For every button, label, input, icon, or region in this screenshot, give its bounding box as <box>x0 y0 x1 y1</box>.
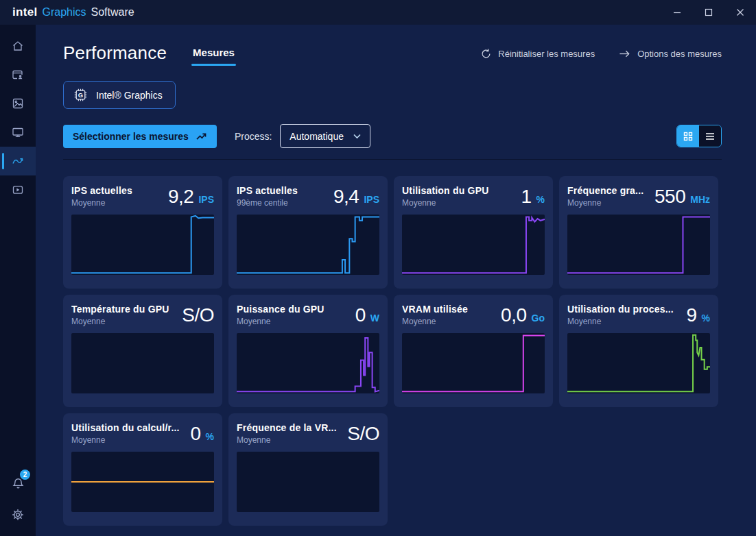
sidebar-item-drivers[interactable] <box>0 60 36 89</box>
metric-title: Utilisation du GPU <box>402 185 489 196</box>
metric-title: VRAM utilisée <box>402 304 468 315</box>
window-controls <box>661 0 756 25</box>
app-window: intel Graphics Software <box>0 0 756 536</box>
metric-title: Utilisation du proces... <box>567 304 674 315</box>
metric-subtitle: Moyenne <box>71 198 132 208</box>
metric-card[interactable]: IPS actuelles Moyenne 9,2 IPS <box>63 176 222 289</box>
metric-title: Fréquence gra... <box>567 185 643 196</box>
options-measures-button[interactable]: Options des mesures <box>618 48 722 60</box>
metric-subtitle: Moyenne <box>71 317 169 326</box>
metric-sparkline-chart <box>402 333 545 393</box>
select-metrics-button[interactable]: Sélectionner les mesures <box>63 125 217 148</box>
process-dropdown[interactable]: Automatique <box>280 124 370 148</box>
performance-icon <box>11 154 25 168</box>
metric-sparkline-chart <box>237 452 379 512</box>
metric-unit: Go <box>532 313 545 324</box>
metric-title: IPS actuelles <box>237 185 298 196</box>
metric-sparkline-chart <box>567 333 710 393</box>
media-icon <box>11 97 25 110</box>
close-icon <box>736 8 744 16</box>
video-icon <box>11 183 25 197</box>
minimize-icon <box>673 8 681 16</box>
drivers-icon <box>11 68 25 82</box>
reset-label: Réinitialiser les mesures <box>498 49 595 59</box>
metric-subtitle: Moyenne <box>567 317 674 326</box>
metric-subtitle: Moyenne <box>402 317 468 326</box>
metric-value: 9 <box>686 304 696 326</box>
intel-logo: intel <box>12 5 37 19</box>
sidebar-item-media[interactable] <box>0 89 36 118</box>
sidebar-item-display[interactable] <box>0 118 36 147</box>
options-label: Options des mesures <box>637 49 722 59</box>
metric-unit: IPS <box>364 194 379 205</box>
sidebar-item-performance[interactable] <box>0 147 36 175</box>
view-toggle <box>676 125 722 147</box>
chevron-down-icon <box>353 134 361 139</box>
metric-unit: % <box>702 313 710 324</box>
metric-value: 0,0 <box>501 304 526 326</box>
home-icon <box>11 39 25 53</box>
sidebar-item-notifications[interactable]: 2 <box>0 467 36 499</box>
sidebar-item-home[interactable] <box>0 32 36 60</box>
tab-mesures[interactable]: Mesures <box>193 47 235 66</box>
settings-gear-icon <box>11 508 25 522</box>
device-selector-button[interactable]: G Intel® Graphics <box>63 81 176 109</box>
device-button-label: Intel® Graphics <box>96 90 163 101</box>
reset-measures-button[interactable]: Réinitialiser les mesures <box>480 48 595 60</box>
gpu-chip-icon: G <box>73 87 88 103</box>
list-view-button[interactable] <box>699 125 721 147</box>
metric-unit: IPS <box>198 194 214 205</box>
main-content: Performance Mesures Réinitialiser les me… <box>36 25 756 536</box>
close-button[interactable] <box>724 0 756 25</box>
metric-card[interactable]: Fréquence gra... Moyenne 550 MHz <box>559 176 718 289</box>
metric-title: Utilisation du calcul/r... <box>71 422 180 433</box>
metric-title: Fréquence de la VR... <box>237 422 337 433</box>
metric-unit: % <box>206 431 214 442</box>
page-title: Performance <box>63 42 167 64</box>
metric-subtitle: Moyenne <box>567 198 643 208</box>
list-view-icon <box>705 132 715 141</box>
brand-graphics: Graphics <box>42 6 86 19</box>
grid-view-button[interactable] <box>677 125 699 147</box>
sidebar-item-settings[interactable] <box>0 499 36 531</box>
metric-title: IPS actuelles <box>71 185 132 196</box>
metric-value: 0 <box>355 304 366 326</box>
metric-sparkline-chart <box>402 215 545 275</box>
metric-card[interactable]: Puissance du GPU Moyenne 0 W <box>228 295 388 407</box>
metric-sparkline-chart <box>237 215 379 275</box>
metric-value: 1 <box>521 186 531 208</box>
metric-card[interactable]: IPS actuelles 99ème centile 9,4 IPS <box>228 176 388 289</box>
metric-card[interactable]: VRAM utilisée Moyenne 0,0 Go <box>394 295 553 407</box>
svg-text:G: G <box>78 91 83 99</box>
sidebar: 2 <box>0 25 36 536</box>
metric-card[interactable]: Fréquence de la VR... Moyenne S/O <box>228 413 388 526</box>
select-metrics-label: Sélectionner les mesures <box>73 131 189 142</box>
titlebar: intel Graphics Software <box>0 0 756 25</box>
metric-subtitle: Moyenne <box>402 198 489 208</box>
metric-card[interactable]: Utilisation du GPU Moyenne 1 % <box>394 176 553 289</box>
app-brand: intel Graphics Software <box>12 5 134 19</box>
metric-subtitle: 99ème centile <box>237 198 298 208</box>
arrow-right-icon <box>618 48 631 60</box>
reset-icon <box>480 48 492 60</box>
process-label: Process: <box>235 131 272 142</box>
metric-subtitle: Moyenne <box>237 317 324 326</box>
metric-title: Température du GPU <box>71 304 169 315</box>
metric-title: Puissance du GPU <box>237 304 324 315</box>
metric-sparkline-chart <box>237 333 379 393</box>
metric-card[interactable]: Température du GPU Moyenne S/O <box>63 295 222 407</box>
metric-cards-grid: IPS actuelles Moyenne 9,2 IPS IPS actuel… <box>63 176 722 526</box>
maximize-button[interactable] <box>693 0 724 25</box>
metric-card[interactable]: Utilisation du calcul/r... Moyenne 0 % <box>63 413 222 526</box>
grid-view-icon <box>683 132 693 141</box>
metric-value: 550 <box>654 186 685 208</box>
metric-sparkline-chart <box>71 215 214 275</box>
metric-card[interactable]: Utilisation du proces... Moyenne 9 % <box>559 295 718 407</box>
metric-value: 9,4 <box>333 186 359 208</box>
metric-sparkline-chart <box>71 452 214 512</box>
metric-subtitle: Moyenne <box>237 435 337 445</box>
metric-subtitle: Moyenne <box>71 435 180 445</box>
minimize-button[interactable] <box>661 0 693 25</box>
metric-value: S/O <box>347 423 379 445</box>
sidebar-item-video[interactable] <box>0 175 36 204</box>
